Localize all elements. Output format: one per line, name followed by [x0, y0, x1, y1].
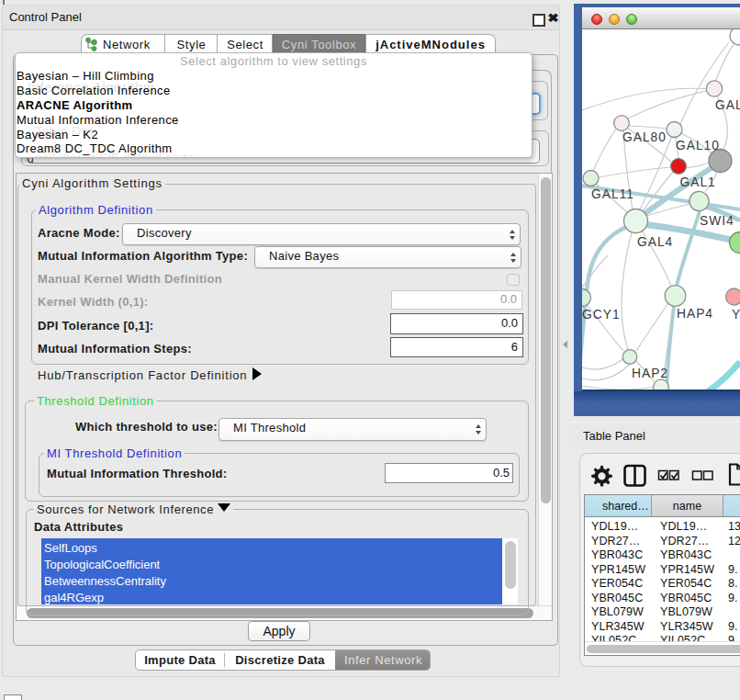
svg-text:Y: Y — [732, 308, 740, 322]
svg-text:GAL80: GAL80 — [622, 130, 667, 144]
svg-text:GAL11: GAL11 — [591, 187, 634, 201]
svg-text:GAL1: GAL1 — [680, 175, 716, 189]
svg-text:SWI4: SWI4 — [700, 214, 734, 228]
svg-text:GAL10: GAL10 — [676, 139, 720, 152]
svg-text:HAP4: HAP4 — [677, 307, 713, 321]
svg-text:GCY1: GCY1 — [582, 308, 621, 322]
svg-text:GAL4: GAL4 — [637, 235, 673, 249]
svg-text:GAL7: GAL7 — [715, 98, 740, 112]
svg-text:HAP2: HAP2 — [632, 367, 668, 380]
